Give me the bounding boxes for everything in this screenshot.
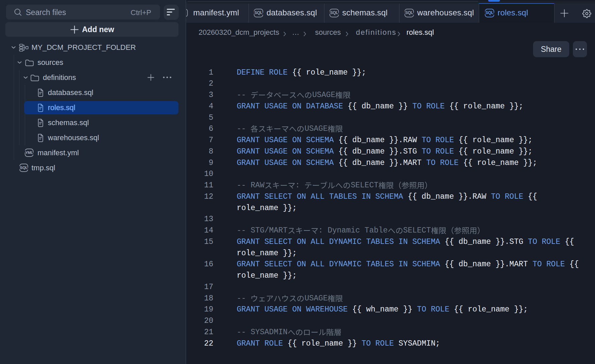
svg-text:SQL: SQL [486,10,494,15]
svg-text:SQL: SQL [20,165,27,170]
svg-text:YML: YML [25,150,33,155]
svg-text:SQL: SQL [405,10,413,15]
svg-text:SQL: SQL [254,10,263,15]
svg-text:SQL: SQL [330,10,338,15]
